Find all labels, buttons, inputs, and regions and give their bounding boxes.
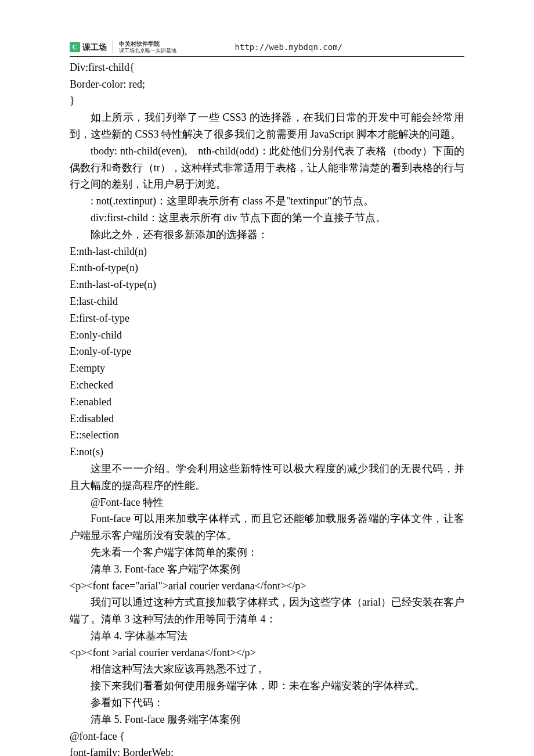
body-content: Div:first-child{ Border-color: red; } 如上… — [70, 59, 464, 756]
code-line: <p><font face="arial">arial courier verd… — [70, 578, 464, 595]
paragraph: 如上所示，我们列举了一些 CSS3 的选择器，在我们日常的开发中可能会经常用到，… — [70, 109, 464, 143]
paragraph: 参看如下代码： — [70, 694, 464, 711]
paragraph: 接下来我们看看如何使用服务端字体，即：未在客户端安装的字体样式。 — [70, 678, 464, 694]
paragraph: div:first-child：这里表示所有 div 节点下面的第一个直接子节点… — [70, 210, 464, 226]
logo-icon: C — [70, 42, 80, 52]
logo-text: 课工场 — [82, 41, 107, 53]
logo-separator — [113, 41, 113, 53]
paragraph: tbody: nth-child(even), nth-child(odd)：此… — [70, 143, 464, 193]
code-line: Border-color: red; — [70, 76, 464, 93]
selector-item: E:only-child — [70, 327, 464, 344]
tagline-line2: 课工场北京唯一实训基地 — [119, 48, 176, 54]
document-page: C 课工场 中关村软件学院 课工场北京唯一实训基地 http://web.myb… — [0, 0, 534, 756]
paragraph: 这里不一一介绍。学会利用这些新特性可以极大程度的减少我们的无畏代码，并且大幅度的… — [70, 460, 464, 494]
selector-item: E:nth-last-of-type(n) — [70, 276, 464, 293]
code-line: font-family: BorderWeb; — [70, 744, 464, 756]
paragraph: : not(.textinput)：这里即表示所有 class 不是"texti… — [70, 193, 464, 210]
header-divider — [70, 56, 464, 57]
selector-item: E:disabled — [70, 411, 464, 427]
selector-item: E:nth-of-type(n) — [70, 260, 464, 276]
paragraph: Font-face 可以用来加载字体样式，而且它还能够加载服务器端的字体文件，让… — [70, 510, 464, 544]
page-header: C 课工场 中关村软件学院 课工场北京唯一实训基地 http://web.myb… — [70, 41, 464, 54]
paragraph: 清单 5. Font-face 服务端字体案例 — [70, 711, 464, 728]
paragraph: @Font-face 特性 — [70, 494, 464, 511]
tagline-line1: 中关村软件学院 — [119, 41, 176, 48]
selector-item: E:last-child — [70, 293, 464, 310]
paragraph: 清单 3. Font-face 客户端字体案例 — [70, 561, 464, 578]
selector-item: E:nth-last-child(n) — [70, 243, 464, 260]
paragraph: 清单 4. 字体基本写法 — [70, 628, 464, 645]
selector-item: E:empty — [70, 360, 464, 377]
logo-tagline: 中关村软件学院 课工场北京唯一实训基地 — [119, 41, 176, 54]
selector-item: E:first-of-type — [70, 310, 464, 327]
paragraph: 相信这种写法大家应该再熟悉不过了。 — [70, 661, 464, 678]
code-line: @font-face { — [70, 728, 464, 745]
code-line: Div:first-child{ — [70, 59, 464, 76]
paragraph: 先来看一个客户端字体简单的案例： — [70, 544, 464, 561]
logo-block: C 课工场 中关村软件学院 课工场北京唯一实训基地 — [70, 41, 176, 54]
paragraph: 我们可以通过这种方式直接加载字体样式，因为这些字体（arial）已经安装在客户端… — [70, 594, 464, 628]
code-line: <p><font >arial courier verdana</font></… — [70, 645, 464, 661]
selector-item: E:enabled — [70, 394, 464, 411]
selector-item: E:only-of-type — [70, 343, 464, 360]
selector-item: E:not(s) — [70, 444, 464, 460]
header-url: http://web.mybdqn.com/ — [176, 41, 464, 53]
selector-item: E:checked — [70, 377, 464, 394]
selector-item: E::selection — [70, 427, 464, 444]
code-line: } — [70, 92, 464, 109]
paragraph: 除此之外，还有很多新添加的选择器： — [70, 226, 464, 243]
